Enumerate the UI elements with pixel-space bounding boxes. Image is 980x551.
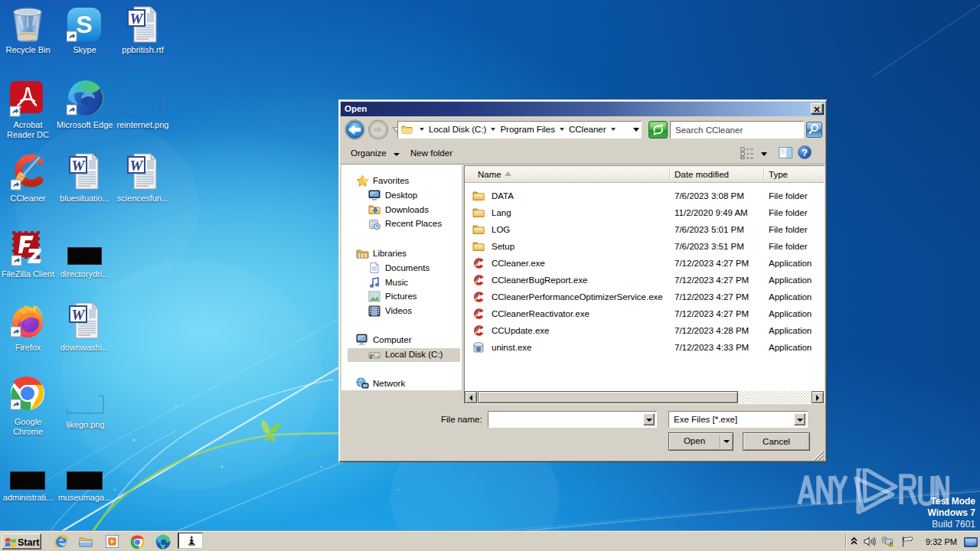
svg-text:S: S — [76, 11, 92, 38]
